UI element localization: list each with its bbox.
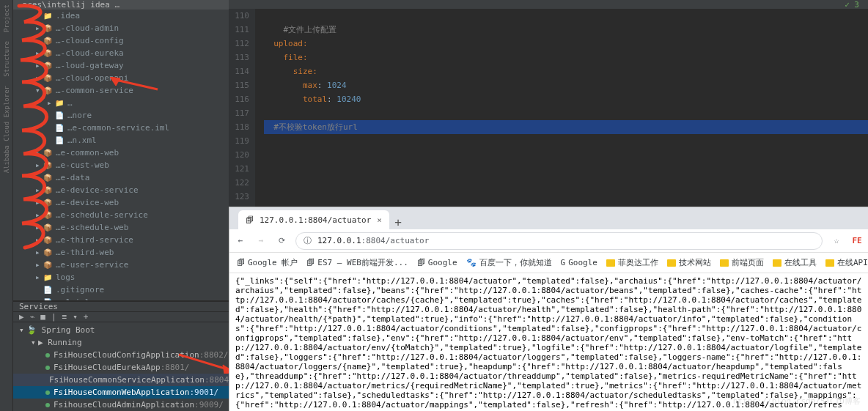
project-tree[interactable]: ▸📁.idea▸📦…-cloud-admin▸📦…-cloud-config▸📦… <box>13 10 229 301</box>
add-icon[interactable]: + <box>84 312 89 322</box>
forward-icon[interactable]: → <box>254 236 268 245</box>
tree-item[interactable]: ▸📦…e-device-service <box>13 184 229 196</box>
svc-app[interactable]: FsiHouseCommonWebApplication :9001/ <box>13 386 229 399</box>
toolwin-project[interactable]: Project <box>3 4 10 32</box>
bookmark-item[interactable]: 在线API <box>825 257 868 268</box>
bookmark-item[interactable]: 菲奥达工作 <box>606 257 658 268</box>
bookmark-item[interactable]: GGoogle <box>561 258 597 267</box>
watermark: https://blog.csdn/51CTO博客 <box>733 396 861 407</box>
svg-marker-1 <box>110 77 120 86</box>
tree-item[interactable]: 📄…n.xml <box>13 134 229 147</box>
tree-item[interactable]: ▸📦…e-cust-web <box>13 159 229 171</box>
tree-item[interactable]: ▸📦…e-user-service <box>13 259 229 271</box>
url-port: :8804 <box>361 236 386 245</box>
bookmark-item[interactable]: 🐾百度一下，你就知道 <box>466 257 552 268</box>
tree-item[interactable]: ▸📦…e-device-web <box>13 196 229 209</box>
bookmarks-bar[interactable]: 🗐Google 帐户🗐ES7 – WEB前端开发...🗐Google🐾百度一下，… <box>229 253 868 273</box>
svg-line-0 <box>116 80 158 89</box>
breadcrumb-text: …aces\intellij idea … <box>18 0 119 10</box>
svc-root[interactable]: ▾🍃 Spring Boot <box>13 324 229 336</box>
tree-item[interactable]: ▸📦…e-data <box>13 171 229 184</box>
svc-running[interactable]: ▾▶ Running <box>13 336 229 349</box>
run-icon[interactable]: ▶ <box>19 312 24 322</box>
tree-item[interactable]: ▸📦…e-schedule-service <box>13 209 229 221</box>
reload-icon[interactable]: ⟳ <box>275 236 288 245</box>
tree-item[interactable]: ▸📦…-cloud-admin <box>13 22 229 34</box>
code-area[interactable]: #文件上传配置 upload: file: size: max: 1024 to… <box>255 9 868 207</box>
svc-app[interactable]: FsiHouseCommonServiceApplication :8804/ <box>13 374 229 386</box>
tree-item[interactable]: ▸📦…-cloud-eureka <box>13 47 229 59</box>
tree-item[interactable]: ▸📦…e-third-service <box>13 234 229 246</box>
close-icon[interactable]: × <box>377 215 382 225</box>
tab-title: 127.0.0.1:8804/actuator <box>260 215 371 225</box>
new-tab-button[interactable]: + <box>389 215 407 229</box>
bookmark-item[interactable]: 🗐ES7 – WEB前端开发... <box>306 257 408 268</box>
svg-line-4 <box>179 355 227 369</box>
tree-item[interactable]: 📄…nore <box>13 109 229 122</box>
page-content[interactable]: {"_links":{"self":{"href":"http://127.0.… <box>229 273 868 411</box>
toolwin-alibaba[interactable]: Alibaba Cloud Explorer <box>3 86 10 173</box>
stop-icon[interactable]: ■ <box>40 312 45 322</box>
tree-item[interactable]: ▸📦…e-schedule-web <box>13 221 229 234</box>
bookmark-item[interactable]: 🗐Google 帐户 <box>237 257 298 268</box>
toolwin-structure[interactable]: Structure <box>3 41 10 77</box>
site-info-icon[interactable]: ⓘ <box>304 235 312 246</box>
browser-tab[interactable]: 🗐 127.0.0.1:8804/actuator × <box>238 210 389 229</box>
bookmark-item[interactable]: 🗐Google <box>417 258 457 267</box>
url-host: 127.0.0.1 <box>317 236 361 245</box>
line-gutter: 1101111121131141151161171181191201211221… <box>229 9 255 207</box>
url-path: /actuator <box>386 236 430 245</box>
expand-icon[interactable]: ▾ <box>73 312 78 322</box>
tree-item[interactable]: 📄…e-common-service.iml <box>13 122 229 134</box>
debug-icon[interactable]: ⌁ <box>30 312 35 322</box>
tab-favicon: 🗐 <box>246 215 254 225</box>
separator: | <box>51 312 56 322</box>
bookmark-item[interactable]: 技术网站 <box>667 257 711 268</box>
filter-icon[interactable]: ≡ <box>62 312 67 322</box>
extension-icon[interactable]: FE <box>850 236 864 245</box>
tree-item[interactable]: ▸📦…-cloud-config <box>13 34 229 47</box>
tree-item[interactable]: ▸📦…e-common-web <box>13 147 229 159</box>
analysis-badge[interactable]: ✓ 3 <box>229 0 868 9</box>
tree-item[interactable]: ▸📁.idea <box>13 10 229 22</box>
address-bar[interactable]: ⓘ 127.0.0.1:8804/actuator <box>295 232 823 250</box>
browser-window: 🗐 127.0.0.1:8804/actuator × + ← → ⟳ ⓘ 12… <box>229 207 868 411</box>
code-editor[interactable]: 1101111121131141151161171181191201211221… <box>229 9 868 207</box>
back-icon[interactable]: ← <box>234 236 247 245</box>
svc-app[interactable]: FsihouseCloudAdminApplication :9009/ <box>13 399 229 411</box>
star-icon[interactable]: ☆ <box>830 236 843 245</box>
browser-toolbar: ← → ⟳ ⓘ 127.0.0.1:8804/actuator ☆ FE <box>229 229 868 253</box>
bookmark-item[interactable]: 在线工具 <box>773 257 817 268</box>
tree-item[interactable]: ▸📦…e-third-web <box>13 246 229 259</box>
services-toolbar[interactable]: ▶ ⌁ ■ | ≡ ▾ + <box>13 312 229 322</box>
services-title[interactable]: Services <box>13 301 229 312</box>
breadcrumb[interactable]: …aces\intellij idea … <box>13 0 229 10</box>
browser-tabbar[interactable]: 🗐 127.0.0.1:8804/actuator × + <box>229 207 868 229</box>
tree-item[interactable]: 📄.gitignore <box>13 284 229 296</box>
tree-item[interactable]: 📄……1.iml <box>13 296 229 301</box>
tree-item[interactable]: ▸📁… <box>13 97 229 109</box>
tree-item[interactable]: ▸📦…-loud-gateway <box>13 59 229 72</box>
tree-item[interactable]: ▸📁logs <box>13 271 229 284</box>
tool-window-bar[interactable]: Project Structure Alibaba Cloud Explorer <box>0 0 13 411</box>
bookmark-item[interactable]: 前端页面 <box>720 257 764 268</box>
